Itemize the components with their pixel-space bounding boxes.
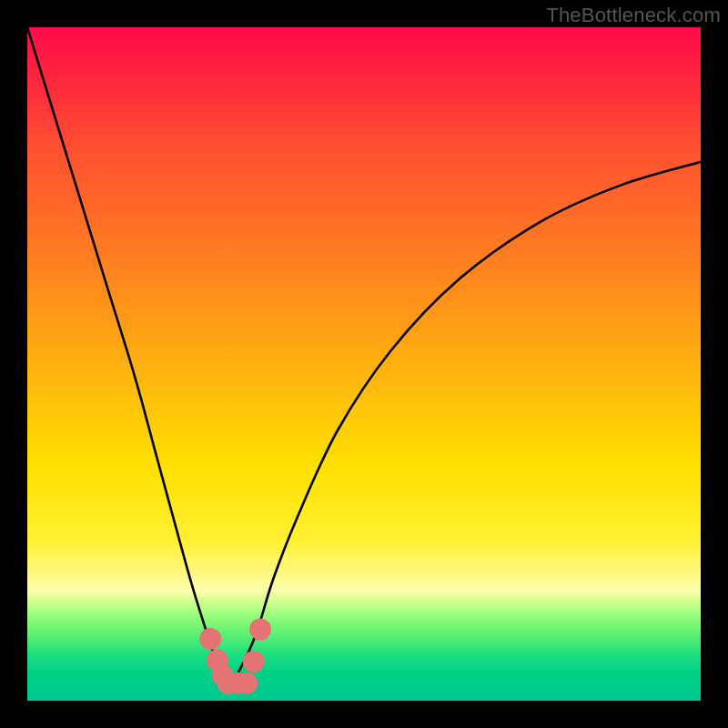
dot-right-lower: [243, 651, 265, 672]
dot-left-upper: [199, 628, 221, 650]
dot-right-upper: [249, 619, 271, 641]
bottleneck-curve: [27, 27, 701, 684]
chart-area: [27, 27, 701, 701]
watermark-text: TheBottleneck.com: [546, 4, 721, 27]
dot-bottom-c: [236, 672, 258, 694]
bottleneck-chart-svg: [27, 27, 701, 701]
marker-group: [199, 619, 271, 694]
